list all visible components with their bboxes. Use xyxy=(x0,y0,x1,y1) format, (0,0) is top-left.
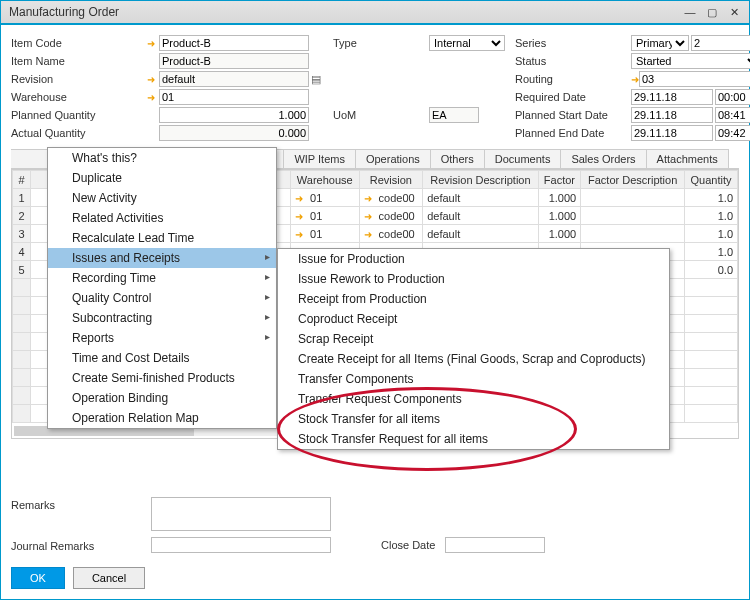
tab-operations[interactable]: Operations xyxy=(355,149,431,168)
label-item-name: Item Name xyxy=(11,55,141,67)
menu-item[interactable]: Recording Time xyxy=(48,268,276,288)
submenu-item[interactable]: Scrap Receipt xyxy=(278,329,669,349)
menu-item[interactable]: Related Activities xyxy=(48,208,276,228)
routing-field[interactable] xyxy=(639,71,750,87)
menu-item[interactable]: Operation Relation Map xyxy=(48,408,276,428)
series-select[interactable]: Primary xyxy=(631,35,689,51)
journal-remarks-field[interactable] xyxy=(151,537,331,553)
menu-item[interactable]: What's this? xyxy=(48,148,276,168)
tab-sales-orders[interactable]: Sales Orders xyxy=(560,149,646,168)
tab-documents[interactable]: Documents xyxy=(484,149,562,168)
menu-item[interactable]: Operation Binding xyxy=(48,388,276,408)
submenu-item[interactable]: Coproduct Receipt xyxy=(278,309,669,329)
submenu-item[interactable]: Receipt from Production xyxy=(278,289,669,309)
col-rownum[interactable]: # xyxy=(13,171,31,189)
item-name-field xyxy=(159,53,309,69)
window-title: Manufacturing Order xyxy=(5,5,683,19)
col-factor[interactable]: Factor xyxy=(538,171,580,189)
submenu-item[interactable]: Issue Rework to Production xyxy=(278,269,669,289)
required-time-field[interactable] xyxy=(715,89,750,105)
col-factor-desc[interactable]: Factor Description xyxy=(581,171,685,189)
submenu-item[interactable]: Stock Transfer for all items xyxy=(278,409,669,429)
link-arrow-icon[interactable]: ➜ xyxy=(147,38,159,49)
warehouse-field[interactable] xyxy=(159,89,309,105)
menu-item[interactable]: Create Semi-finished Products xyxy=(48,368,276,388)
status-select[interactable]: Started xyxy=(631,53,750,69)
link-arrow-icon[interactable]: ➜ xyxy=(147,74,159,85)
submenu-item[interactable]: Stock Transfer Request for all items xyxy=(278,429,669,449)
col-revision[interactable]: Revision xyxy=(359,171,423,189)
label-required-date: Required Date xyxy=(515,91,625,103)
col-warehouse[interactable]: Warehouse xyxy=(291,171,360,189)
menu-item[interactable]: Subcontracting xyxy=(48,308,276,328)
menu-item[interactable]: Reports xyxy=(48,328,276,348)
menu-item[interactable]: Recalculate Lead Time xyxy=(48,228,276,248)
actual-qty-field xyxy=(159,125,309,141)
label-remarks: Remarks xyxy=(11,497,141,511)
label-status: Status xyxy=(515,55,625,67)
label-uom: UoM xyxy=(333,109,423,121)
label-item-code: Item Code xyxy=(11,37,141,49)
list-icon[interactable]: ▤ xyxy=(311,73,321,86)
planned-end-date-field[interactable] xyxy=(631,125,713,141)
submenu-item[interactable]: Transfer Components xyxy=(278,369,669,389)
issues-receipts-submenu: Issue for ProductionIssue Rework to Prod… xyxy=(277,248,670,450)
col-quantity[interactable]: Quantity xyxy=(685,171,738,189)
context-menu: What's this?DuplicateNew ActivityRelated… xyxy=(47,147,277,429)
tab-wip-items[interactable]: WIP Items xyxy=(283,149,356,168)
revision-field[interactable] xyxy=(159,71,309,87)
tab-others[interactable]: Others xyxy=(430,149,485,168)
submenu-item[interactable]: Transfer Request Components xyxy=(278,389,669,409)
label-journal-remarks: Journal Remarks xyxy=(11,538,141,552)
cancel-button[interactable]: Cancel xyxy=(73,567,145,589)
planned-start-time-field[interactable] xyxy=(715,107,750,123)
col-rev-desc[interactable]: Revision Description xyxy=(423,171,539,189)
label-type: Type xyxy=(333,37,423,49)
submenu-item[interactable]: Issue for Production xyxy=(278,249,669,269)
titlebar: Manufacturing Order — ▢ ✕ xyxy=(1,1,749,25)
label-routing: Routing xyxy=(515,73,625,85)
menu-item[interactable]: New Activity xyxy=(48,188,276,208)
menu-item[interactable]: Time and Cost Details xyxy=(48,348,276,368)
planned-qty-field[interactable] xyxy=(159,107,309,123)
submenu-item[interactable]: Create Receipt for all Items (Final Good… xyxy=(278,349,669,369)
label-warehouse: Warehouse xyxy=(11,91,141,103)
tab-attachments[interactable]: Attachments xyxy=(646,149,729,168)
label-actual-qty: Actual Quantity xyxy=(11,127,141,139)
label-planned-start: Planned Start Date xyxy=(515,109,625,121)
label-planned-qty: Planned Quantity xyxy=(11,109,141,121)
uom-field xyxy=(429,107,479,123)
link-arrow-icon[interactable]: ➜ xyxy=(147,92,159,103)
item-code-field[interactable] xyxy=(159,35,309,51)
header-form: Item Code ➜ Type Internal Series Primary… xyxy=(1,25,749,145)
menu-item[interactable]: Quality Control xyxy=(48,288,276,308)
remarks-textarea[interactable] xyxy=(151,497,331,531)
ok-button[interactable]: OK xyxy=(11,567,65,589)
menu-item[interactable]: Duplicate xyxy=(48,168,276,188)
manufacturing-order-window: Manufacturing Order — ▢ ✕ Item Code ➜ Ty… xyxy=(0,0,750,600)
close-button[interactable]: ✕ xyxy=(727,5,741,19)
label-revision: Revision xyxy=(11,73,141,85)
label-planned-end: Planned End Date xyxy=(515,127,625,139)
docnum-field[interactable] xyxy=(691,35,750,51)
maximize-button[interactable]: ▢ xyxy=(705,5,719,19)
menu-item[interactable]: Issues and Receipts xyxy=(48,248,276,268)
planned-start-date-field[interactable] xyxy=(631,107,713,123)
link-arrow-icon[interactable]: ➜ xyxy=(631,74,639,85)
planned-end-time-field[interactable] xyxy=(715,125,750,141)
label-series: Series xyxy=(515,37,625,49)
minimize-button[interactable]: — xyxy=(683,5,697,19)
required-date-field[interactable] xyxy=(631,89,713,105)
label-close-date: Close Date xyxy=(381,539,435,551)
type-select[interactable]: Internal xyxy=(429,35,505,51)
close-date-field[interactable] xyxy=(445,537,545,553)
footer: Remarks Journal Remarks Close Date OK Ca… xyxy=(11,497,739,589)
